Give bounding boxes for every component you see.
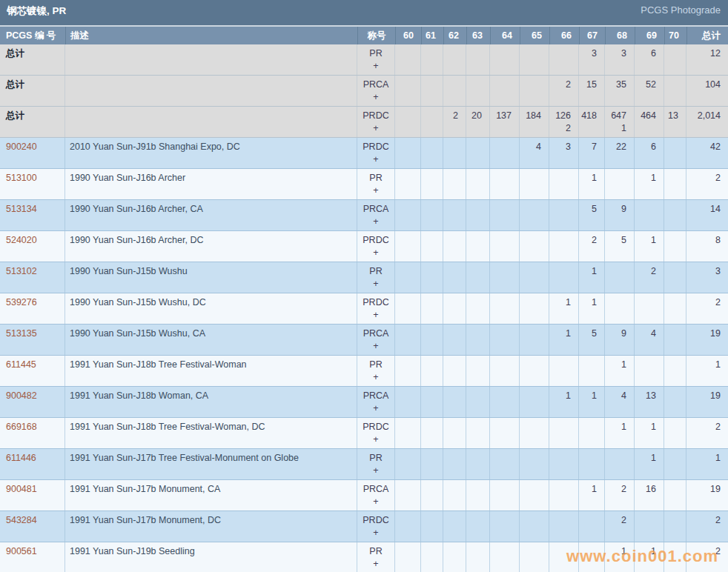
pcgs-number-link[interactable]: 900240 — [0, 138, 65, 168]
grade-67-count-cell: 1 — [579, 480, 605, 511]
header-description[interactable]: 描述 — [65, 27, 357, 44]
grade-66-count-cell: 2 — [549, 76, 579, 106]
grade-64-count-cell — [490, 325, 520, 355]
grade-68-count-cell: 6471 — [605, 107, 635, 137]
grade-60-count-cell — [395, 511, 421, 542]
header-designation[interactable]: 称号 — [357, 27, 395, 44]
designation-cell: PR+ — [357, 169, 395, 199]
designation-cell: PRDC+ — [357, 418, 395, 448]
header-grade-64[interactable]: 64 — [490, 27, 520, 44]
summary-row: 总计PRDC+22013718412624186471464132,014 — [0, 107, 728, 138]
pcgs-number-link[interactable]: 524020 — [0, 231, 65, 262]
grade-66-count-cell — [549, 231, 579, 262]
designation-cell: PR+ — [357, 449, 395, 479]
description-cell — [65, 107, 357, 137]
grade-69-count-cell — [635, 293, 664, 324]
header-pcgs-no[interactable]: PCGS 编 号 — [0, 27, 65, 44]
grade-66-count-cell: 1262 — [549, 107, 579, 137]
designation-cell: PR+ — [357, 262, 395, 293]
pcgs-number-link[interactable]: 900482 — [0, 387, 65, 417]
header-grade-68[interactable]: 68 — [605, 27, 635, 44]
grade-65-count-cell — [520, 200, 549, 230]
table-row: 5432841991 Yuan Sun-J17b Monument, DCPRD… — [0, 511, 728, 542]
pcgs-photograde-link[interactable]: PCGS Photograde — [641, 4, 721, 16]
pcgs-number-link[interactable]: 543284 — [0, 511, 65, 542]
table-row: 6114451991 Yuan Sun-J18b Tree Festival-W… — [0, 356, 728, 387]
grade-68-count-cell — [605, 169, 635, 199]
pcgs-number-link[interactable]: 611446 — [0, 449, 65, 479]
grade-61-count-cell — [421, 449, 443, 479]
grade-69-count-cell: 1 — [635, 169, 664, 199]
header-grade-60[interactable]: 60 — [395, 27, 421, 44]
header-grade-61[interactable]: 61 — [421, 27, 443, 44]
pcgs-number-link[interactable]: 900481 — [0, 480, 65, 511]
grade-68-count-cell: 22 — [605, 138, 635, 168]
header-grade-62[interactable]: 62 — [443, 27, 466, 44]
designation-cell: PR+ — [357, 356, 395, 386]
grade-69-count-cell — [635, 200, 664, 230]
grade-63-count-cell — [466, 418, 490, 448]
grade-65-count-cell — [520, 480, 549, 511]
grade-66-count-cell: 3 — [549, 138, 579, 168]
pcgs-number-link[interactable]: 513102 — [0, 262, 65, 293]
grade-60-count-cell — [395, 76, 421, 106]
description-cell: 1991 Yuan Sun-J18b Tree Festival-Woman, … — [65, 418, 357, 448]
grade-60-count-cell — [395, 44, 421, 75]
grade-65-count-cell — [520, 76, 549, 106]
grade-62-count-cell: 2 — [443, 107, 466, 137]
grade-64-count-cell — [490, 231, 520, 262]
description-cell: 1990 Yuan Sun-J16b Archer, DC — [65, 231, 357, 262]
table-row: 9002402010 Yuan Sun-J91b Shanghai Expo, … — [0, 138, 728, 169]
description-cell — [65, 76, 357, 106]
pcgs-number-link[interactable]: 513134 — [0, 200, 65, 230]
header-grade-66[interactable]: 66 — [549, 27, 579, 44]
header-grade-63[interactable]: 63 — [466, 27, 490, 44]
grade-64-count-cell — [490, 44, 520, 75]
pcgs-number-link[interactable]: 611445 — [0, 356, 65, 386]
pcgs-number-link[interactable]: 900561 — [0, 542, 65, 572]
pcgs-number-link[interactable]: 669168 — [0, 418, 65, 448]
header-grade-70[interactable]: 70 — [664, 27, 686, 44]
grade-65-count-cell — [520, 44, 549, 75]
pcgs-number-link[interactable]: 513100 — [0, 169, 65, 199]
total-count-cell: 19 — [686, 387, 728, 417]
header-grade-65[interactable]: 65 — [520, 27, 549, 44]
grade-62-count-cell — [443, 480, 466, 511]
table-row: 9005611991 Yuan Sun-J19b SeedlingPR+112 — [0, 542, 728, 572]
total-count-cell: 1 — [686, 449, 728, 479]
grade-68-count-cell: 1 — [605, 356, 635, 386]
grade-66-count-cell — [549, 169, 579, 199]
header-grade-67[interactable]: 67 — [579, 27, 605, 44]
header-grade-69[interactable]: 69 — [635, 27, 664, 44]
grade-67-count-cell — [579, 418, 605, 448]
grade-66-count-cell: 1 — [549, 387, 579, 417]
description-cell: 1991 Yuan Sun-J19b Seedling — [65, 542, 357, 572]
grade-66-count-cell: 1 — [549, 325, 579, 355]
grade-69-count-cell: 1 — [635, 231, 664, 262]
grade-69-count-cell: 52 — [635, 76, 664, 106]
grade-70-count-cell — [664, 231, 686, 262]
total-count-cell: 2 — [686, 169, 728, 199]
grade-62-count-cell — [443, 262, 466, 293]
grade-66-count-cell — [549, 449, 579, 479]
grade-70-count-cell — [664, 542, 686, 572]
grade-69-count-cell: 1 — [635, 542, 664, 572]
table-header-row: PCGS 编 号描述称号6061626364656667686970总计 — [0, 27, 728, 44]
grade-60-count-cell — [395, 387, 421, 417]
designation-cell: PR+ — [357, 542, 395, 572]
pcgs-number-link[interactable]: 539276 — [0, 293, 65, 324]
grade-69-count-cell: 1 — [635, 418, 664, 448]
description-cell: 1990 Yuan Sun-J15b Wushu — [65, 262, 357, 293]
grade-70-count-cell — [664, 76, 686, 106]
grade-64-count-cell: 137 — [490, 107, 520, 137]
pcgs-number-link[interactable]: 513135 — [0, 325, 65, 355]
grade-64-count-cell — [490, 293, 520, 324]
grade-61-count-cell — [421, 262, 443, 293]
grade-60-count-cell — [395, 480, 421, 511]
grade-63-count-cell — [466, 44, 490, 75]
grade-70-count-cell — [664, 200, 686, 230]
grade-70-count-cell — [664, 418, 686, 448]
designation-cell: PRCA+ — [357, 387, 395, 417]
header-total[interactable]: 总计 — [686, 27, 728, 44]
grade-65-count-cell — [520, 169, 549, 199]
